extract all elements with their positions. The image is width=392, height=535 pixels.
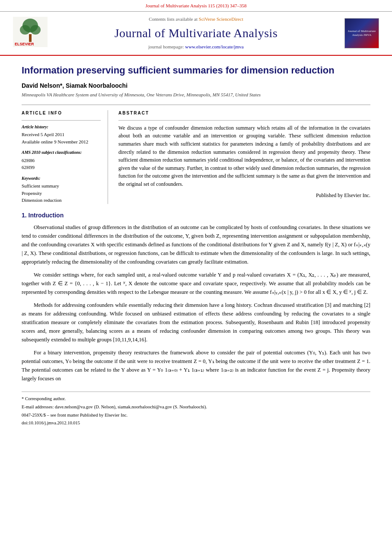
intro-paragraph-1: Observational studies of group differenc… xyxy=(22,223,370,266)
footnote-emails-text: E-mail addresses: dave.nelson@va.gov (D.… xyxy=(22,404,207,409)
keywords-label: Keywords: xyxy=(22,175,101,182)
ams-label: AMS 2010 subject classifications: xyxy=(22,150,101,156)
history-label: Article history: xyxy=(22,124,101,131)
footnote-issn: 0047-259X/$ – see front matter Published… xyxy=(22,412,370,419)
journal-citation-text: Journal of Multivariate Analysis 115 (20… xyxy=(145,3,246,8)
homepage-prefix: journal homepage: xyxy=(148,44,185,49)
ams-codes: 62H8662H99 xyxy=(22,157,101,171)
keyword-2: Propensity xyxy=(22,190,101,197)
journal-thumbnail: Journal of Multivariate Analysis JMVA xyxy=(344,18,379,48)
article-info-column: Article Info Article history: Received 5… xyxy=(22,110,108,204)
abstract-heading: Abstract xyxy=(118,110,370,117)
article-info-abstract-row: Article Info Article history: Received 5… xyxy=(22,110,370,204)
introduction-heading: 1. Introduction xyxy=(22,211,370,220)
footnote-section: * Corresponding author. E-mail addresses… xyxy=(22,392,370,427)
keyword-3: Dimension reduction xyxy=(22,197,101,204)
footnote-emails: E-mail addresses: dave.nelson@va.gov (D.… xyxy=(22,404,370,411)
footnote-doi: doi:10.1016/j.jmva.2012.10.015 xyxy=(22,420,370,427)
published-by: Published by Elsevier Inc. xyxy=(118,191,370,200)
footnote-star: * Corresponding author. xyxy=(22,395,370,402)
intro-paragraph-2: We consider settings where, for each sam… xyxy=(22,271,370,296)
elsevier-logo: ELSEVIER xyxy=(13,17,48,50)
journal-title: Journal of Multivariate Analysis xyxy=(52,25,340,42)
header-center: Contents lists available at SciVerse Sci… xyxy=(52,16,340,51)
paper-title: Information preserving sufficient summar… xyxy=(22,64,370,77)
thumb-label: Journal of Multivariate Analysis JMVA xyxy=(347,29,377,37)
available-date: Available online 9 November 2012 xyxy=(22,138,101,146)
article-info-heading: Article Info xyxy=(22,110,101,117)
paper-authors: David Nelson*, Siamak Noorbaloochi xyxy=(22,81,370,90)
abstract-text: We discuss a type of confounder dimensio… xyxy=(118,124,370,188)
sci-direct-line: Contents lists available at SciVerse Sci… xyxy=(52,16,340,23)
svg-point-3 xyxy=(30,25,41,35)
abstract-column: Abstract We discuss a type of confounder… xyxy=(118,110,370,204)
journal-homepage-line: journal homepage: www.elsevier.com/locat… xyxy=(52,44,340,51)
received-date: Received 5 April 2011 xyxy=(22,131,101,138)
intro-paragraph-4: For a binary intervention, propensity th… xyxy=(22,348,370,383)
divider-rule xyxy=(22,105,370,105)
svg-point-2 xyxy=(20,25,30,35)
homepage-link[interactable]: www.elsevier.com/locate/jmva xyxy=(185,44,244,49)
keyword-1: Sufficient summary xyxy=(22,182,101,190)
paper-affiliation: Minneapolis VA Healthcare System and Uni… xyxy=(22,92,370,99)
sci-direct-link[interactable]: SciVerse ScienceDirect xyxy=(199,16,243,22)
intro-paragraph-3: Methods for addressing confounders while… xyxy=(22,301,370,344)
journal-citation-bar: Journal of Multivariate Analysis 115 (20… xyxy=(0,0,392,12)
svg-text:ELSEVIER: ELSEVIER xyxy=(15,42,34,46)
svg-rect-4 xyxy=(29,34,32,42)
sci-direct-prefix: Contents lists available at xyxy=(149,16,198,22)
paper-body: Information preserving sufficient summar… xyxy=(0,56,392,441)
journal-header: ELSEVIER Contents lists available at Sci… xyxy=(0,12,392,56)
